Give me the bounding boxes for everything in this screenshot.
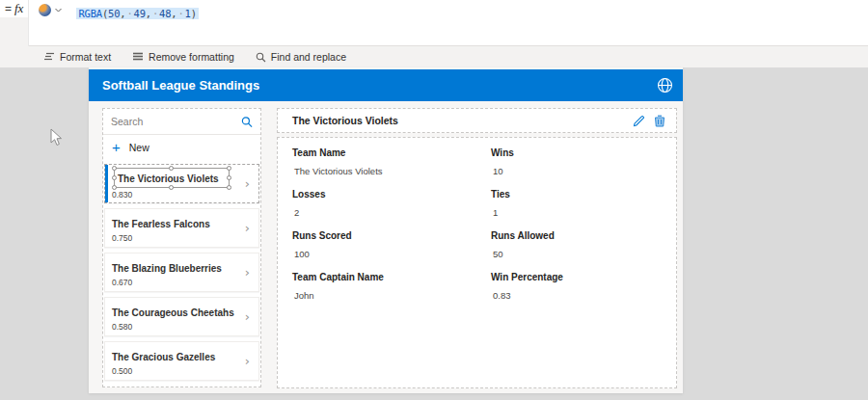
remove-formatting-label: Remove formatting	[149, 51, 234, 63]
team-list: The Victorious Violets 0.830 › The Fearl…	[103, 164, 260, 381]
detail-field: Runs Scored 100	[292, 230, 491, 259]
browse-gallery-panel: + New The Victorious Violets 0.830 › The…	[102, 108, 261, 387]
app-title: Softball League Standings	[102, 78, 259, 93]
new-record-button[interactable]: + New	[103, 135, 260, 160]
field-label: Win Percentage	[491, 272, 666, 282]
detail-field: Team Captain Name John	[292, 272, 491, 301]
field-value: 50	[491, 249, 666, 259]
team-list-item[interactable]: The Victorious Violets 0.830 ›	[104, 164, 259, 203]
chevron-right-icon[interactable]: ›	[245, 354, 250, 368]
format-text-label: Format text	[60, 51, 111, 63]
field-value: John	[292, 290, 491, 301]
team-list-item[interactable]: The Fearless Falcons 0.750 ›	[104, 208, 259, 248]
team-name: The Victorious Violets	[118, 173, 219, 184]
find-and-replace-label: Find and replace	[271, 51, 346, 63]
fx-icon: fx	[14, 1, 23, 16]
team-win-pct: 0.580	[112, 322, 245, 332]
detail-field: Runs Allowed 50	[491, 230, 666, 259]
equals-icon: =	[5, 2, 12, 15]
field-value: 2	[292, 207, 491, 218]
delete-record-button[interactable]	[649, 112, 670, 129]
edit-record-button[interactable]	[628, 112, 649, 129]
powerapps-studio: { "formula_bar": { "equals": "=", "fx": …	[0, 0, 868, 400]
field-label: Losses	[292, 189, 491, 200]
formula-bar: = fx RGBA(50,·49,·48,·1)	[0, 0, 868, 46]
detail-field: Losses 2	[292, 189, 491, 218]
field-value: 0.83	[491, 290, 666, 301]
pencil-icon	[633, 115, 645, 127]
team-win-pct: 0.670	[112, 278, 245, 287]
detail-field: Win Percentage 0.83	[491, 272, 666, 301]
detail-form-card: Team Name The Victorious Violets Wins 10…	[277, 137, 677, 388]
format-text-button[interactable]: Format text	[35, 47, 120, 67]
find-and-replace-icon	[256, 52, 266, 63]
app-header: Softball League Standings	[89, 69, 683, 101]
detail-title: The Victorious Violets	[278, 115, 628, 126]
find-and-replace-button[interactable]: Find and replace	[247, 47, 355, 67]
formula-toolbar: Format text Remove formatting Find and r…	[0, 46, 868, 67]
powerfx-icon	[39, 4, 51, 16]
remove-formatting-icon	[132, 52, 144, 62]
property-selector[interactable]	[39, 4, 63, 16]
team-list-item[interactable]: The Courageous Cheetahs 0.580 ›	[104, 297, 259, 336]
detail-header-card: The Victorious Violets	[277, 108, 677, 133]
trash-icon	[654, 115, 665, 127]
app-screen[interactable]: Softball League Standings + New The Vict…	[89, 67, 683, 393]
field-label: Runs Allowed	[491, 230, 666, 241]
field-value: The Victorious Violets	[292, 166, 491, 176]
mouse-cursor	[50, 128, 64, 147]
team-name: The Gracious Gazelles	[112, 352, 215, 362]
field-label: Wins	[491, 147, 666, 158]
field-label: Runs Scored	[292, 230, 491, 241]
search-icon[interactable]	[241, 116, 253, 128]
design-canvas[interactable]: Softball League Standings + New The Vict…	[0, 67, 868, 400]
team-win-pct: 0.750	[112, 233, 245, 243]
formula-bar-gutter: = fx	[0, 0, 29, 46]
search-input[interactable]	[111, 116, 241, 127]
formula-text[interactable]: RGBA(50,·49,·48,·1)	[76, 8, 198, 19]
team-list-item[interactable]: The Gracious Gazelles 0.500 ›	[104, 341, 259, 381]
field-label: Ties	[491, 189, 666, 200]
detail-field: Ties 1	[491, 189, 666, 218]
team-win-pct: 0.830	[112, 190, 245, 200]
team-win-pct: 0.500	[112, 366, 245, 376]
chevron-down-icon[interactable]	[54, 6, 63, 14]
chevron-right-icon[interactable]: ›	[245, 265, 250, 280]
chevron-right-icon[interactable]: ›	[245, 309, 250, 324]
remove-formatting-button[interactable]: Remove formatting	[123, 47, 243, 67]
field-value: 100	[292, 249, 491, 259]
format-text-icon	[43, 52, 55, 62]
chevron-right-icon[interactable]: ›	[245, 221, 250, 235]
plus-icon: +	[112, 141, 121, 154]
new-record-label: New	[129, 142, 149, 153]
detail-fields: Team Name The Victorious Violets Wins 10…	[278, 138, 676, 301]
field-value: 10	[491, 166, 666, 176]
globe-icon[interactable]	[657, 77, 673, 93]
field-label: Team Captain Name	[292, 272, 491, 282]
search-row	[103, 109, 260, 135]
formula-input-area[interactable]: RGBA(50,·49,·48,·1)	[29, 0, 868, 45]
field-value: 1	[491, 207, 666, 218]
chevron-right-icon[interactable]: ›	[245, 176, 250, 191]
team-name: The Fearless Falcons	[112, 219, 210, 229]
team-list-item[interactable]: The Blazing Blueberries 0.670 ›	[104, 253, 259, 292]
field-label: Team Name	[292, 147, 491, 158]
detail-field: Wins 10	[491, 147, 666, 176]
team-name: The Blazing Blueberries	[112, 263, 222, 274]
team-name: The Courageous Cheetahs	[112, 307, 234, 318]
detail-field: Team Name The Victorious Violets	[292, 147, 491, 176]
